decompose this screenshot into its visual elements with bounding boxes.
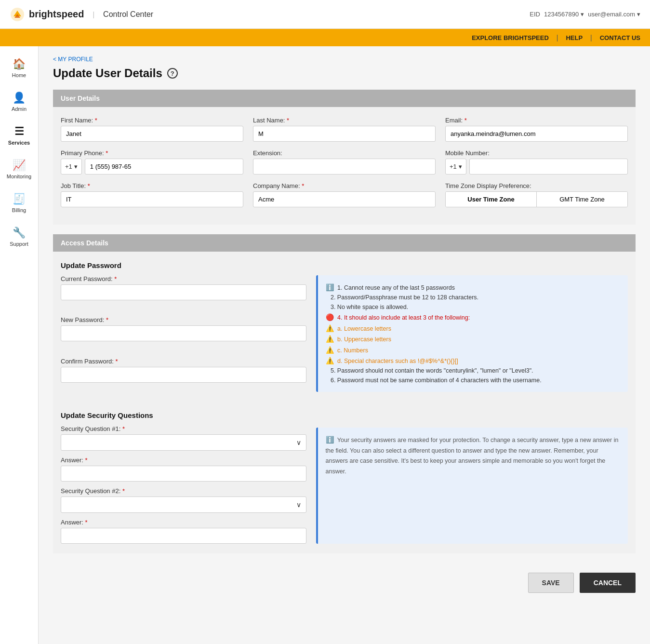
rule-4d: ⚠️ d. Special characters such as !@#$%^&… — [326, 355, 620, 366]
cancel-button[interactable]: CANCEL — [580, 573, 636, 593]
help-icon[interactable]: ? — [167, 68, 178, 79]
current-password-label: Current Password: * — [61, 275, 306, 282]
sidebar-label-admin: Admin — [12, 106, 27, 112]
tz-user-button[interactable]: User Time Zone — [446, 192, 537, 207]
company-name-label: Company Name: * — [253, 182, 436, 189]
phone-prefix-chevron: ▾ — [74, 163, 78, 170]
security-q2-chevron-icon: ∨ — [296, 501, 301, 509]
phone-prefix-button[interactable]: +1 ▾ — [61, 159, 82, 174]
first-name-label: First Name: * — [61, 117, 243, 124]
password-fields: Current Password: * New Password: * — [61, 275, 306, 392]
job-title-label: Job Title: * — [61, 182, 243, 189]
logo-icon — [10, 7, 25, 22]
extension-input[interactable] — [253, 159, 436, 174]
last-name-group: Last Name: * — [253, 117, 436, 142]
brand-name: brightspeed — [29, 9, 84, 20]
mobile-input[interactable] — [469, 159, 628, 174]
mobile-prefix-button[interactable]: +1 ▾ — [445, 159, 466, 174]
security-q1-select-wrapper[interactable]: ∨ — [61, 434, 306, 451]
footer-buttons: SAVE CANCEL — [53, 563, 636, 598]
security-q2-answer-input[interactable] — [61, 528, 306, 544]
new-password-label: New Password: * — [61, 316, 306, 323]
breadcrumb-text: < MY PROFILE — [53, 56, 93, 63]
monitoring-icon: 📈 — [13, 159, 26, 172]
security-fields: Update Security Questions Security Quest… — [61, 403, 306, 544]
page-title-area: Update User Details ? — [53, 67, 636, 80]
email-group: Email: * — [445, 117, 628, 142]
confirm-password-input[interactable] — [61, 367, 306, 383]
mobile-group: Mobile Number: +1 ▾ — [445, 149, 628, 174]
email-input[interactable] — [445, 126, 628, 142]
billing-icon: 🧾 — [13, 193, 26, 205]
user-dropdown[interactable]: user@email.com ▾ — [588, 11, 640, 18]
security-q1-select[interactable] — [66, 439, 296, 446]
mobile-prefix-chevron: ▾ — [459, 163, 462, 170]
eid-value: 1234567890 — [544, 11, 579, 18]
user-details-body: First Name: * Last Name: * Email: * — [53, 107, 636, 225]
first-name-input[interactable] — [61, 126, 243, 142]
tz-gmt-button[interactable]: GMT Time Zone — [537, 192, 627, 207]
rule-4: 🔴 4. It should also include at least 3 o… — [326, 312, 620, 322]
current-password-input[interactable] — [61, 284, 306, 300]
form-row-1: First Name: * Last Name: * Email: * — [61, 117, 628, 142]
rule-4a: ⚠️ a. Lowercase letters — [326, 323, 620, 334]
page-title: Update User Details — [53, 67, 162, 80]
mobile-phone-group: +1 ▾ — [445, 159, 628, 174]
sidebar-label-billing: Billing — [12, 207, 26, 213]
last-name-input[interactable] — [253, 126, 436, 142]
sidebar-item-billing[interactable]: 🧾 Billing — [0, 186, 38, 220]
phone-input[interactable] — [85, 159, 243, 174]
primary-phone-label: Primary Phone: * — [61, 149, 243, 157]
eid-chevron-icon: ▾ — [581, 11, 584, 18]
contact-link[interactable]: CONTACT US — [600, 34, 640, 41]
security-q1-chevron-icon: ∨ — [296, 439, 301, 446]
update-password-title: Update Password — [61, 261, 628, 269]
services-icon: ☰ — [14, 125, 24, 138]
sep1: | — [557, 34, 558, 41]
warn-icon-b: ⚠️ — [326, 335, 334, 343]
tz-group: Time Zone Display Preference: User Time … — [445, 182, 628, 207]
warn-icon-d: ⚠️ — [326, 357, 334, 364]
security-info-text: Your security answers are masked for you… — [326, 437, 619, 474]
security-q1-label: Security Question #1: * — [61, 425, 306, 432]
user-details-section: User Details First Name: * Last Name: * — [53, 90, 636, 225]
security-q2-select-wrapper[interactable]: ∨ — [61, 496, 306, 513]
breadcrumb[interactable]: < MY PROFILE — [53, 56, 636, 63]
explore-link[interactable]: EXPLORE BRIGHTSPEED — [472, 34, 549, 41]
sidebar-item-support[interactable]: 🔧 Support — [0, 220, 38, 254]
sidebar-label-home: Home — [12, 72, 26, 78]
sidebar: 🏠 Home 👤 Admin ☰ Services 📈 Monitoring 🧾… — [0, 46, 39, 644]
password-row: Current Password: * New Password: * — [61, 275, 628, 392]
sidebar-item-home[interactable]: 🏠 Home — [0, 51, 38, 85]
current-password-group: Current Password: * — [61, 275, 306, 309]
eid-dropdown[interactable]: 1234567890 ▾ — [544, 11, 584, 18]
warn-icon-a: ⚠️ — [326, 324, 334, 332]
confirm-password-group: Confirm Password: * — [61, 358, 306, 392]
sidebar-label-services: Services — [8, 140, 30, 146]
help-link[interactable]: HELP — [566, 34, 583, 41]
security-q2-group: Security Question #2: * ∨ — [61, 487, 306, 513]
company-name-input[interactable] — [253, 191, 436, 207]
sidebar-item-admin[interactable]: 👤 Admin — [0, 85, 38, 119]
security-q2-select[interactable] — [66, 501, 296, 509]
phone-group: +1 ▾ — [61, 159, 243, 174]
extension-label: Extension: — [253, 149, 436, 157]
primary-phone-group: Primary Phone: * +1 ▾ — [61, 149, 243, 174]
rule-4b: ⚠️ b. Uppercase letters — [326, 334, 620, 344]
job-title-input[interactable] — [61, 191, 243, 207]
sidebar-item-services[interactable]: ☰ Services — [0, 119, 38, 152]
rule-4c: ⚠️ c. Numbers — [326, 345, 620, 355]
user-details-header: User Details — [53, 90, 636, 107]
app-name: Control Center — [103, 10, 153, 19]
sep2: | — [590, 34, 592, 41]
save-button[interactable]: SAVE — [528, 573, 574, 593]
access-details-header: Access Details — [53, 234, 636, 252]
phone-prefix-value: +1 — [65, 163, 72, 170]
sidebar-item-monitoring[interactable]: 📈 Monitoring — [0, 152, 38, 186]
access-details-body: Update Password Current Password: * New … — [53, 252, 636, 553]
security-q1-answer-input[interactable] — [61, 466, 306, 482]
security-q1-answer-group: Answer: * — [61, 456, 306, 482]
new-password-input[interactable] — [61, 325, 306, 341]
support-icon: 🔧 — [13, 227, 26, 239]
password-info-box: ℹ️ 1. Cannot reuse any of the last 5 pas… — [316, 275, 628, 392]
